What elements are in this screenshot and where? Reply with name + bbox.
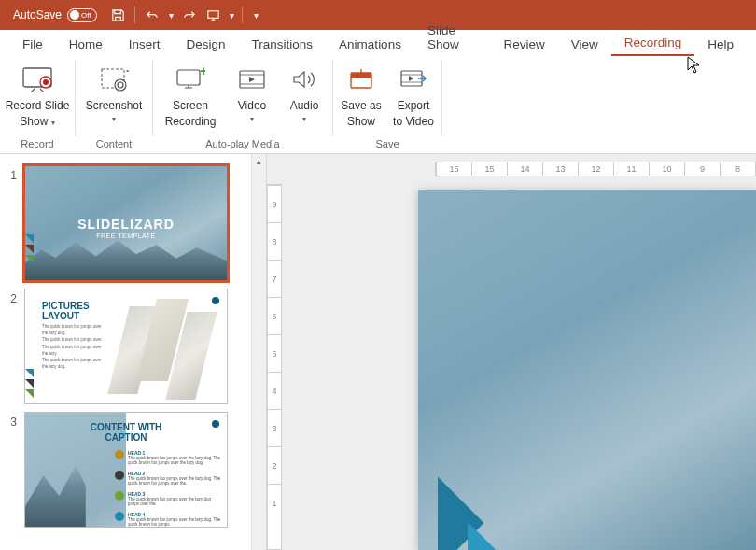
- chevron-down-icon: ▾: [112, 115, 116, 124]
- slide-canvas[interactable]: [418, 190, 756, 550]
- save-as-show-button[interactable]: Save as Show: [335, 60, 387, 133]
- separator: [134, 7, 135, 23]
- tab-help[interactable]: Help: [694, 33, 747, 56]
- screenshot-button[interactable]: + Screenshot ▾: [77, 60, 150, 128]
- video-icon: [236, 63, 268, 95]
- export-to-video-button[interactable]: Export to Video: [387, 60, 440, 133]
- slide-thumbnail-1[interactable]: SLIDELIZARD FREE TEMPLATE: [24, 165, 228, 281]
- redo-icon[interactable]: [179, 6, 198, 24]
- slide-1-subtitle: FREE TEMPLATE: [25, 233, 227, 239]
- slide-number: 2: [0, 289, 24, 404]
- vertical-ruler[interactable]: 987654321: [267, 184, 282, 550]
- group-content: + Screenshot ▾ Content: [76, 56, 152, 153]
- audio-icon: [288, 63, 320, 95]
- ribbon-tabs: File Home Insert Design Transitions Anim…: [0, 30, 756, 56]
- save-icon[interactable]: [108, 6, 127, 24]
- undo-dropdown-icon[interactable]: ▾: [169, 10, 174, 21]
- toggle-switch[interactable]: Off: [67, 8, 97, 22]
- tab-review[interactable]: Review: [490, 33, 557, 56]
- slide-1-title: SLIDELIZARD: [25, 217, 227, 232]
- svg-text:+: +: [126, 66, 129, 78]
- slide-thumbnails-panel: 1 SLIDELIZARD FREE TEMPLATE 2: [0, 154, 267, 550]
- ribbon: Record Slide Show ▾ Record + Screenshot …: [0, 56, 756, 154]
- thumbnail-row: 3 CONTENT WITHCAPTION HEAD 1The quick br…: [0, 408, 251, 531]
- undo-icon[interactable]: [143, 6, 161, 24]
- export-video-icon: [398, 63, 429, 95]
- slide-3-items: HEAD 1The quick brown fox jumps over the…: [115, 450, 221, 528]
- slideshow-dropdown-icon[interactable]: ▾: [230, 10, 234, 21]
- slide-2-bullets: The quick brown fox jumps over the lazy …: [42, 323, 107, 370]
- group-label-autoplay: Auto-play Media: [205, 136, 280, 151]
- group-label-save: Save: [375, 136, 399, 151]
- tab-transitions[interactable]: Transitions: [239, 33, 327, 56]
- svg-rect-8: [177, 70, 200, 85]
- save-as-show-label-1: Save as: [341, 99, 381, 113]
- svg-point-5: [115, 79, 126, 91]
- audio-button[interactable]: Audio ▾: [278, 60, 330, 128]
- video-label: Video: [238, 99, 266, 113]
- title-bar: AutoSave Off ▾ ▾ ▾: [0, 0, 756, 30]
- horizontal-ruler[interactable]: 1615141312111098: [435, 162, 756, 176]
- tab-slide-show[interactable]: Slide Show: [414, 19, 490, 56]
- tab-recording[interactable]: Recording: [611, 31, 695, 56]
- group-label-content: Content: [96, 136, 133, 151]
- tab-view[interactable]: View: [558, 33, 611, 56]
- chevron-down-icon: ▾: [302, 115, 306, 124]
- screen-recording-icon: +: [175, 63, 206, 95]
- group-autoplay-media: + Screen Recording Video ▾ Audio ▾ Auto-…: [153, 56, 332, 153]
- tab-animations[interactable]: Animations: [326, 33, 414, 56]
- record-slide-show-button[interactable]: Record Slide Show ▾: [2, 60, 73, 133]
- chevron-down-icon: ▾: [250, 115, 254, 124]
- slide-number: 1: [0, 165, 24, 281]
- slide-number: 3: [0, 412, 24, 528]
- screen-recording-button[interactable]: + Screen Recording: [155, 60, 226, 133]
- autosave-state: Off: [81, 11, 91, 20]
- group-label-record: Record: [21, 136, 53, 151]
- audio-label: Audio: [290, 99, 319, 113]
- thumbnail-row: 2 PICTURESLAYOUT The quick brown fox jum…: [0, 285, 251, 408]
- tab-design[interactable]: Design: [174, 33, 239, 56]
- screen-recording-label-2: Recording: [165, 115, 217, 129]
- video-button[interactable]: Video ▾: [226, 60, 278, 128]
- save-as-show-label-2: Show: [347, 115, 375, 129]
- slide-3-title-2: CAPTION: [105, 432, 147, 443]
- slide-thumbnail-2[interactable]: PICTURESLAYOUT The quick brown fox jumps…: [24, 289, 228, 404]
- slide-2-title-1: PICTURES: [42, 301, 90, 311]
- screen-recording-label-1: Screen: [173, 99, 208, 113]
- scroll-up-icon[interactable]: ▴: [252, 154, 266, 169]
- separator: [242, 7, 243, 23]
- group-save: Save as Show Export to Video Save: [333, 56, 441, 153]
- slide-thumbnail-3[interactable]: CONTENT WITHCAPTION HEAD 1The quick brow…: [24, 412, 228, 528]
- chevron-down-icon: ▾: [51, 119, 55, 127]
- thumbnail-row: 1 SLIDELIZARD FREE TEMPLATE: [0, 162, 251, 285]
- toggle-knob: [70, 10, 79, 20]
- screenshot-label: Screenshot: [86, 99, 143, 113]
- autosave-label: AutoSave: [13, 8, 62, 21]
- thumbnails-list: 1 SLIDELIZARD FREE TEMPLATE 2: [0, 154, 251, 550]
- svg-text:+: +: [200, 66, 205, 78]
- tab-home[interactable]: Home: [56, 33, 116, 56]
- slide-3-title-1: CONTENT WITH: [91, 422, 162, 432]
- export-video-label-2: to Video: [393, 115, 434, 129]
- slide-editor: 1615141312111098 987654321: [267, 154, 756, 550]
- slideshow-start-icon[interactable]: [203, 6, 222, 24]
- workspace: 1 SLIDELIZARD FREE TEMPLATE 2: [0, 154, 756, 550]
- group-separator: [441, 60, 442, 136]
- screenshot-icon: +: [98, 63, 130, 95]
- thumbnails-scrollbar[interactable]: ▴: [251, 154, 266, 550]
- record-slide-show-label-1: Record Slide: [6, 99, 70, 113]
- svg-point-3: [43, 79, 49, 85]
- tab-file[interactable]: File: [9, 33, 56, 56]
- export-video-label-1: Export: [398, 99, 430, 113]
- autosave-toggle[interactable]: AutoSave Off: [7, 7, 103, 24]
- customize-qat-icon[interactable]: ▾: [254, 10, 259, 21]
- save-as-show-icon: [345, 63, 377, 95]
- group-record: Record Slide Show ▾ Record: [0, 56, 75, 153]
- slide-2-title-2: LAYOUT: [42, 311, 79, 321]
- svg-rect-0: [207, 10, 217, 18]
- tab-insert[interactable]: Insert: [116, 33, 174, 56]
- record-slide-show-icon: [21, 63, 53, 95]
- record-slide-show-label-2: Show: [20, 115, 48, 128]
